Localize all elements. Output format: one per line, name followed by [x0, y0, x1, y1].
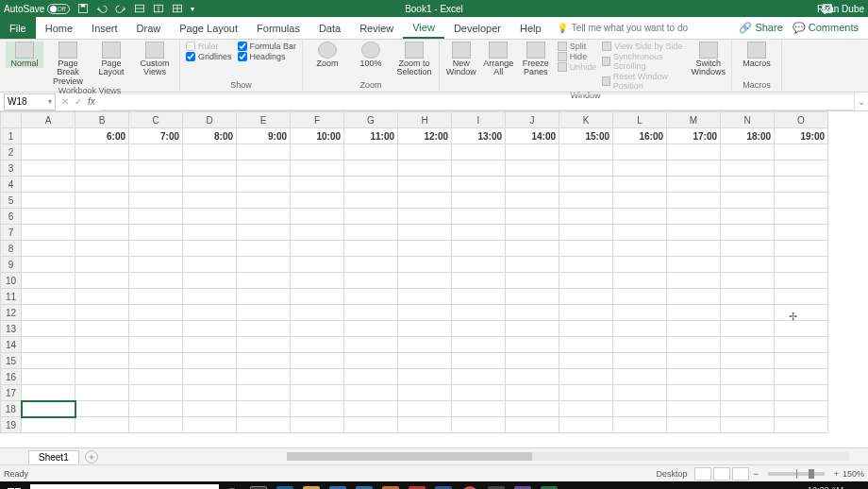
cell[interactable]: [452, 353, 506, 369]
cell[interactable]: [22, 337, 75, 353]
cell[interactable]: [613, 193, 667, 209]
cell[interactable]: [721, 209, 775, 225]
cell[interactable]: [506, 209, 559, 225]
task-view-icon[interactable]: [245, 481, 272, 489]
share-button[interactable]: 🔗 Share: [739, 22, 782, 34]
cell[interactable]: [22, 417, 75, 433]
cell[interactable]: 8:00: [183, 128, 237, 144]
taskbar-app-mail[interactable]: [351, 481, 377, 489]
cell[interactable]: [721, 417, 775, 433]
cell[interactable]: [237, 401, 291, 417]
cell[interactable]: [398, 257, 452, 273]
normal-view-button[interactable]: Normal: [6, 42, 43, 68]
taskbar-app-edge[interactable]: [272, 481, 298, 489]
redo-icon[interactable]: [111, 0, 130, 17]
row-header[interactable]: 13: [1, 321, 22, 337]
cell[interactable]: [291, 353, 344, 369]
cell[interactable]: [452, 193, 506, 209]
cell[interactable]: [559, 209, 613, 225]
row-header[interactable]: 5: [1, 193, 22, 209]
display-settings[interactable]: Desktop: [656, 469, 687, 479]
cell[interactable]: [559, 177, 613, 193]
cell[interactable]: [721, 193, 775, 209]
cell[interactable]: [75, 225, 129, 241]
cell[interactable]: [452, 289, 506, 305]
cell[interactable]: [22, 273, 75, 289]
cell[interactable]: [183, 321, 237, 337]
cell[interactable]: [291, 273, 344, 289]
cell[interactable]: [452, 144, 506, 160]
cell[interactable]: [237, 241, 291, 257]
cell[interactable]: [398, 209, 452, 225]
cell[interactable]: [237, 257, 291, 273]
cell[interactable]: [75, 209, 129, 225]
cell[interactable]: [129, 369, 183, 385]
page-break-view-icon[interactable]: [732, 467, 749, 481]
cell[interactable]: [775, 273, 828, 289]
cell[interactable]: [22, 321, 75, 337]
cell[interactable]: [506, 144, 559, 160]
cell[interactable]: [775, 209, 828, 225]
cell[interactable]: [237, 273, 291, 289]
cell[interactable]: [75, 321, 129, 337]
formula-input[interactable]: [101, 93, 855, 110]
cell[interactable]: [506, 321, 559, 337]
cell[interactable]: [129, 353, 183, 369]
cell[interactable]: 7:00: [129, 128, 183, 144]
cell[interactable]: [559, 289, 613, 305]
cell[interactable]: [775, 401, 828, 417]
cell[interactable]: [129, 144, 183, 160]
cell[interactable]: [775, 257, 828, 273]
cell[interactable]: [237, 193, 291, 209]
cell[interactable]: [237, 385, 291, 401]
cell[interactable]: [398, 193, 452, 209]
cell[interactable]: [129, 305, 183, 321]
cell[interactable]: [667, 321, 721, 337]
row-header[interactable]: 12: [1, 305, 22, 321]
cell[interactable]: [237, 209, 291, 225]
cell[interactable]: [344, 305, 398, 321]
expand-formula-bar-icon[interactable]: ⌄: [855, 96, 868, 107]
cell[interactable]: [75, 337, 129, 353]
cell[interactable]: [667, 225, 721, 241]
enter-formula-icon[interactable]: ✓: [75, 96, 82, 107]
cell[interactable]: [667, 337, 721, 353]
row-header[interactable]: 7: [1, 225, 22, 241]
unhide-button[interactable]: Unhide: [558, 62, 597, 72]
cell[interactable]: [75, 401, 129, 417]
cell[interactable]: [291, 305, 344, 321]
cell[interactable]: [237, 160, 291, 177]
cell[interactable]: [237, 417, 291, 433]
cell[interactable]: [667, 401, 721, 417]
cell[interactable]: [291, 209, 344, 225]
cell[interactable]: [398, 177, 452, 193]
cell[interactable]: [721, 160, 775, 177]
cell[interactable]: [291, 369, 344, 385]
cell[interactable]: [344, 273, 398, 289]
taskbar-app-explorer[interactable]: [298, 481, 325, 489]
cell[interactable]: 14:00: [506, 128, 559, 144]
spreadsheet-grid[interactable]: ABCDEFGHIJKLMNO16:007:008:009:0010:0011:…: [0, 111, 868, 447]
cell[interactable]: [398, 289, 452, 305]
cell[interactable]: [721, 337, 775, 353]
cell[interactable]: [613, 257, 667, 273]
cell[interactable]: [506, 225, 559, 241]
taskbar-app-word[interactable]: [430, 481, 457, 489]
cell[interactable]: [344, 209, 398, 225]
cell[interactable]: [75, 193, 129, 209]
cell[interactable]: [721, 225, 775, 241]
cell[interactable]: [775, 225, 828, 241]
cell[interactable]: [22, 401, 75, 417]
cell[interactable]: [398, 225, 452, 241]
name-box[interactable]: W18 ▾: [4, 93, 56, 110]
cell[interactable]: [22, 385, 75, 401]
cell[interactable]: [613, 160, 667, 177]
cell[interactable]: [398, 144, 452, 160]
cell[interactable]: [721, 401, 775, 417]
cell[interactable]: [613, 369, 667, 385]
cell[interactable]: [721, 353, 775, 369]
col-header[interactable]: N: [721, 112, 775, 128]
reset-window-button[interactable]: Reset Window Position: [602, 72, 685, 91]
tab-file[interactable]: File: [0, 17, 36, 39]
cell[interactable]: [775, 289, 828, 305]
